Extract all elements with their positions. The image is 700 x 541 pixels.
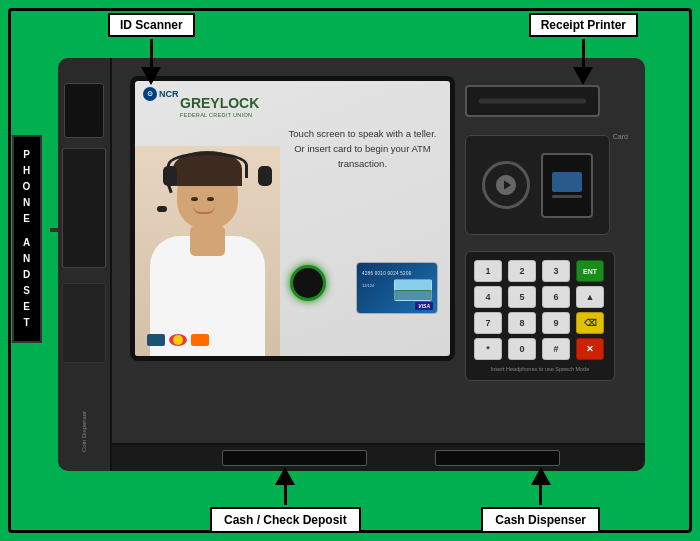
- id-scanner-arrow-line: [150, 39, 153, 67]
- phone-handset-label: P H O N E A N D S E T: [12, 135, 42, 343]
- keypad: 1 2 3 ENT 4 5 6 ▲ 7 8 9 ⌫ * 0 # ✕ Insert…: [465, 251, 615, 381]
- receipt-printer-arrow-head: [573, 67, 593, 85]
- left-panel-module2: [62, 283, 106, 363]
- cash-dispenser-arrow-line: [539, 485, 542, 505]
- key-hash[interactable]: #: [542, 338, 570, 360]
- screen-message: Touch screen to speak with a teller. Or …: [285, 126, 440, 172]
- id-scanner-slot: [64, 83, 104, 138]
- id-scanner-annotation: ID Scanner: [108, 13, 195, 85]
- deposit-slot[interactable]: [222, 450, 367, 466]
- screen-card-display: 4286 0010 0024 5200 12/124 VISA: [356, 262, 438, 314]
- key-1[interactable]: 1: [474, 260, 502, 282]
- key-3[interactable]: 3: [542, 260, 570, 282]
- ncr-logo: ⊙ NCR: [143, 87, 179, 101]
- cash-dispenser-arrow-head: [531, 467, 551, 485]
- dispenser-slot: [435, 450, 560, 466]
- key-8[interactable]: 8: [508, 312, 536, 334]
- receipt-printer-annotation: Receipt Printer: [529, 13, 638, 85]
- key-9[interactable]: 9: [542, 312, 570, 334]
- left-panel: Coin Dispenser: [58, 58, 110, 471]
- keypad-grid: 1 2 3 ENT 4 5 6 ▲ 7 8 9 ⌫ * 0 # ✕: [474, 260, 606, 360]
- key-star[interactable]: *: [474, 338, 502, 360]
- key-up[interactable]: ▲: [576, 286, 604, 308]
- key-2[interactable]: 2: [508, 260, 536, 282]
- atm-main-body: ⊙ NCR GREYLOCK FEDERAL CREDIT UNION: [110, 58, 645, 471]
- card-network: VISA: [415, 302, 433, 310]
- screen-display: ⊙ NCR GREYLOCK FEDERAL CREDIT UNION: [135, 81, 450, 356]
- card-numbers: 4286 0010 0024 5200: [362, 271, 412, 276]
- key-4[interactable]: 4: [474, 286, 502, 308]
- card-expiry: 12/124: [362, 283, 374, 288]
- bank-logo: GREYLOCK FEDERAL CREDIT UNION: [180, 95, 259, 118]
- atm-screen[interactable]: ⊙ NCR GREYLOCK FEDERAL CREDIT UNION: [130, 76, 455, 361]
- card-slot[interactable]: [541, 153, 593, 218]
- cash-check-label: Cash / Check Deposit: [210, 507, 361, 533]
- key-7[interactable]: 7: [474, 312, 502, 334]
- cash-check-annotation: Cash / Check Deposit: [210, 467, 361, 533]
- nfc-symbol: [482, 161, 530, 209]
- id-scanner-label: ID Scanner: [108, 13, 195, 37]
- cash-dispenser-label: Cash Dispenser: [481, 507, 600, 533]
- cash-check-arrow-line: [284, 485, 287, 505]
- id-scanner-arrow-head: [141, 67, 161, 85]
- key-cancel[interactable]: ✕: [576, 338, 604, 360]
- bank-subtitle: FEDERAL CREDIT UNION: [180, 112, 259, 118]
- key-0[interactable]: 0: [508, 338, 536, 360]
- key-5[interactable]: 5: [508, 286, 536, 308]
- headphones-note: Insert Headphones to use Speech Mode: [474, 366, 606, 372]
- coin-dispenser-text: Coin Dispenser: [81, 411, 87, 453]
- card-label: Card: [613, 133, 628, 140]
- receipt-printer-label: Receipt Printer: [529, 13, 638, 37]
- cash-check-arrow-head: [275, 467, 295, 485]
- right-controls-panel: Card 1 2 3 ENT 4 5 6 ▲ 7 8 9 ⌫ * 0 # ✕ I…: [455, 73, 630, 458]
- screen-bottom-icons: [147, 334, 209, 346]
- key-backspace[interactable]: ⌫: [576, 312, 604, 334]
- receipt-printer-arrow-line: [582, 39, 585, 67]
- key-enter[interactable]: ENT: [576, 260, 604, 282]
- screen-sensor: [290, 265, 326, 301]
- key-6[interactable]: 6: [542, 286, 570, 308]
- person-area: [135, 146, 280, 356]
- card-reader-area[interactable]: [465, 135, 610, 235]
- cash-dispenser-annotation: Cash Dispenser: [481, 467, 600, 533]
- left-panel-module: [62, 148, 106, 268]
- receipt-printer-slot: [465, 85, 600, 117]
- bank-name: GREYLOCK: [180, 95, 259, 112]
